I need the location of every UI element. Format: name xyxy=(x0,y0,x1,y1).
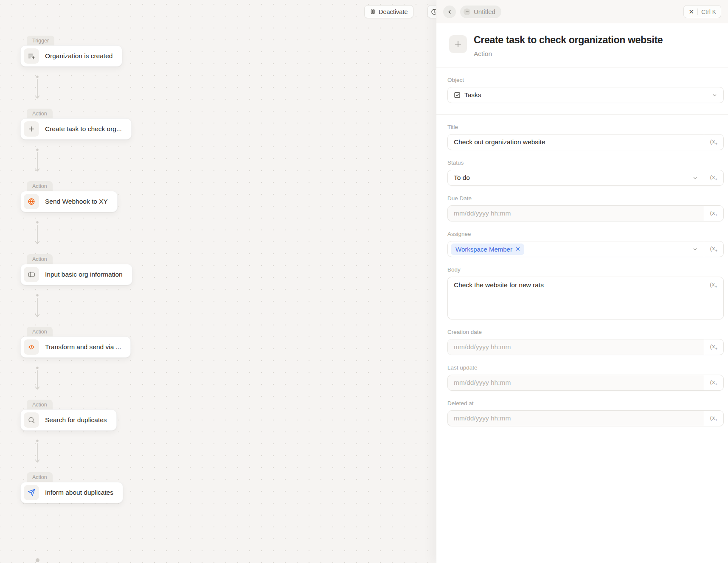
close-icon: ✕ xyxy=(689,8,694,16)
divider xyxy=(436,114,728,115)
field-title: Title (x+ xyxy=(447,124,724,150)
plus-icon xyxy=(24,121,39,137)
body-textarea[interactable]: Check the website for new rats xyxy=(448,277,723,319)
deleted-at-label: Deleted at xyxy=(447,400,724,406)
node-label: Inform about duplicates xyxy=(45,489,113,496)
divider xyxy=(697,8,698,15)
node-label: Transform and send via ... xyxy=(45,343,121,351)
field-deleted-at: Deleted at (x+ xyxy=(447,400,724,426)
variable-icon: (x+ xyxy=(710,138,717,146)
globe-icon xyxy=(24,194,39,209)
object-value: Tasks xyxy=(464,91,481,99)
field-creation-date: Creation date (x+ xyxy=(447,329,724,355)
insert-variable-button[interactable]: (x+ xyxy=(704,411,723,426)
variable-icon: (x+ xyxy=(710,245,717,253)
creation-date-input[interactable] xyxy=(454,343,698,351)
insert-variable-button[interactable]: (x+ xyxy=(710,281,717,289)
object-select[interactable]: Tasks xyxy=(447,87,724,103)
insert-variable-button[interactable]: (x+ xyxy=(704,206,723,221)
assignee-select[interactable]: Workspace Member ✕ xyxy=(448,241,704,257)
creation-date-label: Creation date xyxy=(447,329,724,335)
workflow-node[interactable]: Organization is created xyxy=(20,45,122,67)
close-panel-button[interactable]: ✕ Ctrl K xyxy=(683,5,721,18)
last-update-label: Last update xyxy=(447,364,724,371)
connector-arrow xyxy=(35,148,40,176)
panel-header: Untitled ✕ Ctrl K xyxy=(436,0,728,23)
deactivate-label: Deactivate xyxy=(379,8,408,15)
variable-icon: (x+ xyxy=(710,415,717,422)
due-date-label: Due Date xyxy=(447,195,724,202)
assignee-label: Assignee xyxy=(447,231,724,237)
divider xyxy=(436,67,728,67)
insert-variable-button[interactable]: (x+ xyxy=(704,339,723,355)
input-icon xyxy=(24,267,39,282)
status-value: To do xyxy=(454,174,470,182)
workflow-node[interactable]: Search for duplicates xyxy=(20,409,117,431)
insert-variable-button[interactable]: (x+ xyxy=(704,241,723,257)
due-date-input[interactable] xyxy=(454,210,698,217)
deactivate-button[interactable]: Deactivate xyxy=(364,5,413,18)
list-plus-icon xyxy=(24,48,39,64)
status-select[interactable]: To do xyxy=(448,170,704,185)
plus-icon xyxy=(449,35,467,53)
node-label: Send Webhook to XY xyxy=(45,198,108,205)
workflow-node[interactable]: Inform about duplicates xyxy=(20,482,123,503)
field-object: Object Tasks xyxy=(447,77,724,103)
chevron-left-icon xyxy=(447,9,453,15)
code-icon xyxy=(24,339,39,355)
assignee-chip[interactable]: Workspace Member ✕ xyxy=(451,244,524,255)
connector-start-dot xyxy=(36,558,39,562)
checkbox-icon xyxy=(454,92,461,98)
connector-arrow xyxy=(35,294,40,322)
field-last-update: Last update (x+ xyxy=(447,364,724,391)
action-detail-panel: Untitled ✕ Ctrl K Create task to check o… xyxy=(436,0,728,563)
insert-variable-button[interactable]: (x+ xyxy=(704,170,723,185)
connector-arrow xyxy=(35,439,40,467)
field-body: Body Check the website for new rats (x+ xyxy=(447,266,724,319)
variable-icon: (x+ xyxy=(710,174,717,182)
node-label: Organization is created xyxy=(45,52,112,60)
chevron-down-icon xyxy=(712,92,717,98)
back-button[interactable] xyxy=(443,6,456,18)
object-label: Object xyxy=(447,77,724,83)
workflow-node[interactable]: Transform and send via ... xyxy=(20,336,131,358)
variable-icon: (x+ xyxy=(710,210,717,217)
workflow-node[interactable]: Create task to check org... xyxy=(20,118,132,140)
body-label: Body xyxy=(447,266,724,273)
page-subtitle: Action xyxy=(474,50,663,58)
workflow-node[interactable]: Send Webhook to XY xyxy=(20,191,118,212)
status-label: Status xyxy=(447,160,724,166)
variable-icon: (x+ xyxy=(710,379,717,387)
chevron-down-icon xyxy=(692,246,698,252)
variable-icon: (x+ xyxy=(710,343,717,351)
workflow-canvas[interactable]: TriggerOrganization is createdActionCrea… xyxy=(0,0,436,563)
remove-assignee-icon[interactable]: ✕ xyxy=(515,246,520,252)
title-input[interactable] xyxy=(454,138,698,146)
field-due-date: Due Date (x+ xyxy=(447,195,724,221)
shortcut-label: Ctrl K xyxy=(701,8,716,15)
assignee-chip-label: Workspace Member xyxy=(455,246,512,253)
last-update-input[interactable] xyxy=(454,379,698,387)
insert-variable-button[interactable]: (x+ xyxy=(704,375,723,390)
connector-arrow xyxy=(35,75,40,103)
connector-arrow xyxy=(35,366,40,394)
untitled-label: Untitled xyxy=(474,8,495,15)
pause-icon xyxy=(370,8,376,15)
search-icon xyxy=(24,412,39,428)
node-label: Create task to check org... xyxy=(45,125,122,133)
connector-arrow xyxy=(35,221,40,249)
panel-title-block: Create task to check organization websit… xyxy=(436,23,728,58)
insert-variable-button[interactable]: (x+ xyxy=(704,134,723,150)
page-title: Create task to check organization websit… xyxy=(474,34,663,46)
field-status: Status To do (x+ xyxy=(447,160,724,186)
field-assignee: Assignee Workspace Member ✕ (x+ xyxy=(447,231,724,257)
send-icon xyxy=(24,485,39,500)
title-label: Title xyxy=(447,124,724,130)
breadcrumb-untitled[interactable]: Untitled xyxy=(460,6,501,18)
workflow-node[interactable]: Input basic org information xyxy=(20,264,132,285)
chevron-down-icon xyxy=(692,175,698,181)
node-label: Search for duplicates xyxy=(45,416,107,424)
node-label: Input basic org information xyxy=(45,271,123,278)
dash-circle-icon xyxy=(464,8,470,15)
deleted-at-input[interactable] xyxy=(454,415,698,422)
